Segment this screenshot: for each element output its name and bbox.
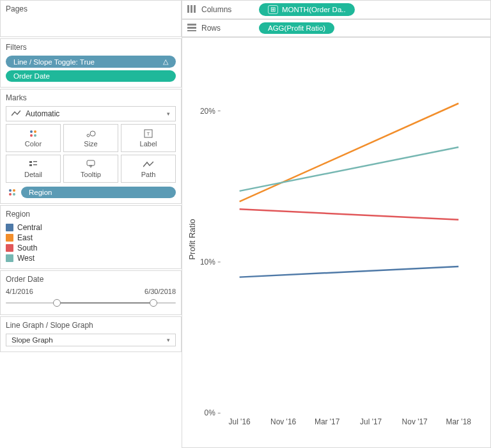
legend-swatch <box>6 234 13 242</box>
svg-rect-14 <box>187 27 196 29</box>
marks-btn-label: Path <box>141 171 156 178</box>
filters-title: Filters <box>1 39 181 56</box>
chevron-down-icon: ▾ <box>167 337 170 343</box>
parameter-select[interactable]: Slope Graph ▾ <box>6 334 176 346</box>
parameter-card: Line Graph / Slope Graph Slope Graph ▾ <box>0 316 182 352</box>
legend-card: Region Central East South West <box>0 205 182 269</box>
marks-size-button[interactable]: Size <box>63 124 118 152</box>
svg-text:Mar '17: Mar '17 <box>315 417 340 426</box>
svg-rect-5 <box>29 164 32 166</box>
svg-point-1 <box>90 131 95 136</box>
legend-item-east[interactable]: East <box>6 233 176 243</box>
svg-text:Nov '17: Nov '17 <box>402 417 428 426</box>
marks-path-button[interactable]: Path <box>121 155 176 183</box>
marks-type-value: Automatic <box>26 109 59 118</box>
rows-label: Rows <box>201 24 221 33</box>
color-icon <box>6 189 19 196</box>
marks-card: Marks Automatic ▾ Color <box>0 89 182 204</box>
rows-icon <box>187 24 196 33</box>
svg-text:10%: 10% <box>200 258 215 266</box>
svg-text:20%: 20% <box>200 107 215 116</box>
rows-pill[interactable]: AGG(Profit Ratio) <box>259 22 334 34</box>
svg-rect-6 <box>33 161 37 162</box>
legend-label: East <box>17 233 33 242</box>
parameter-value: Slope Graph <box>12 336 53 344</box>
columns-label: Columns <box>201 5 231 14</box>
path-icon <box>143 159 153 169</box>
marks-btn-label: Color <box>25 140 42 148</box>
marks-assign-pill: Region <box>21 187 176 198</box>
svg-rect-12 <box>194 5 196 13</box>
filter-pill-delta-icon: △ <box>163 58 168 66</box>
legend-label: South <box>17 243 37 252</box>
parameter-title: Line Graph / Slope Graph <box>1 317 181 334</box>
svg-line-29 <box>240 104 459 202</box>
marks-type-selector[interactable]: Automatic ▾ <box>6 106 176 121</box>
marks-btn-label: Detail <box>24 171 42 178</box>
size-icon <box>86 128 96 139</box>
legend-label: Central <box>17 223 42 232</box>
svg-rect-7 <box>33 164 37 166</box>
columns-shelf[interactable]: Columns ⊞ MONTH(Order Da.. <box>182 0 491 19</box>
marks-btn-label: Size <box>84 140 97 148</box>
filter-pill-label: Line / Slope Toggle: True <box>13 58 95 66</box>
date-filter-card: Order Date 4/1/2016 6/30/2018 <box>0 270 182 315</box>
svg-text:Profit Ratio: Profit Ratio <box>187 219 197 260</box>
svg-rect-13 <box>187 24 196 26</box>
svg-text:Nov '16: Nov '16 <box>270 417 296 426</box>
svg-text:Jul '17: Jul '17 <box>360 417 382 426</box>
legend-swatch <box>6 244 13 252</box>
columns-icon <box>187 5 196 15</box>
legend-item-south[interactable]: South <box>6 243 176 253</box>
filter-pill-orderdate[interactable]: Order Date <box>6 70 176 82</box>
svg-rect-15 <box>187 30 196 31</box>
marks-label-button[interactable]: T Label <box>121 124 176 152</box>
marks-color-assignment[interactable]: Region <box>6 187 176 198</box>
date-from: 4/1/2016 <box>6 288 33 295</box>
tooltip-icon <box>86 159 95 169</box>
svg-rect-11 <box>191 5 192 13</box>
pages-title: Pages <box>1 1 181 17</box>
chart-viz[interactable]: 0%10%20%Jul '16Nov '16Mar '17Jul '17Nov … <box>182 37 491 448</box>
columns-pill[interactable]: ⊞ MONTH(Order Da.. <box>259 3 355 16</box>
filter-pill-toggle[interactable]: Line / Slope Toggle: True △ <box>6 56 176 68</box>
pages-shelf[interactable]: Pages <box>0 0 182 37</box>
filter-pill-label: Order Date <box>13 72 50 80</box>
date-to: 6/30/2018 <box>144 288 176 295</box>
color-icon <box>30 128 36 139</box>
filters-shelf[interactable]: Filters Line / Slope Toggle: True △ Orde… <box>0 38 182 88</box>
legend-label: West <box>17 254 35 263</box>
date-filter-title: Order Date <box>1 271 181 288</box>
svg-text:Mar '18: Mar '18 <box>446 417 471 426</box>
svg-point-0 <box>87 134 90 137</box>
legend-item-central[interactable]: Central <box>6 222 176 233</box>
legend-swatch <box>6 224 13 231</box>
detail-icon <box>29 159 38 169</box>
marks-tooltip-button[interactable]: Tooltip <box>63 155 118 183</box>
svg-text:0%: 0% <box>205 408 216 417</box>
svg-marker-9 <box>90 166 92 167</box>
legend-item-west[interactable]: West <box>6 253 176 263</box>
marks-btn-label: Tooltip <box>81 171 101 178</box>
svg-line-31 <box>240 147 459 191</box>
rows-pill-label: AGG(Profit Ratio) <box>268 24 325 32</box>
slider-fill <box>57 302 154 304</box>
slider-thumb-high[interactable] <box>150 299 157 307</box>
marks-btn-label: Label <box>140 140 157 148</box>
svg-rect-4 <box>29 161 32 163</box>
svg-text:T: T <box>147 131 150 137</box>
label-icon: T <box>144 128 153 139</box>
chart-svg: 0%10%20%Jul '16Nov '16Mar '17Jul '17Nov … <box>182 38 490 447</box>
chevron-down-icon: ▾ <box>167 111 170 117</box>
marks-title: Marks <box>1 89 181 106</box>
legend-title: Region <box>1 206 181 222</box>
legend-swatch <box>6 254 13 262</box>
marks-color-button[interactable]: Color <box>6 124 61 152</box>
svg-text:Jul '16: Jul '16 <box>229 417 251 426</box>
drill-icon: ⊞ <box>268 5 278 14</box>
svg-line-28 <box>240 266 459 277</box>
marks-detail-button[interactable]: Detail <box>6 155 61 183</box>
date-slider[interactable] <box>6 298 176 308</box>
slider-thumb-low[interactable] <box>53 299 61 307</box>
rows-shelf[interactable]: Rows AGG(Profit Ratio) <box>182 19 491 37</box>
